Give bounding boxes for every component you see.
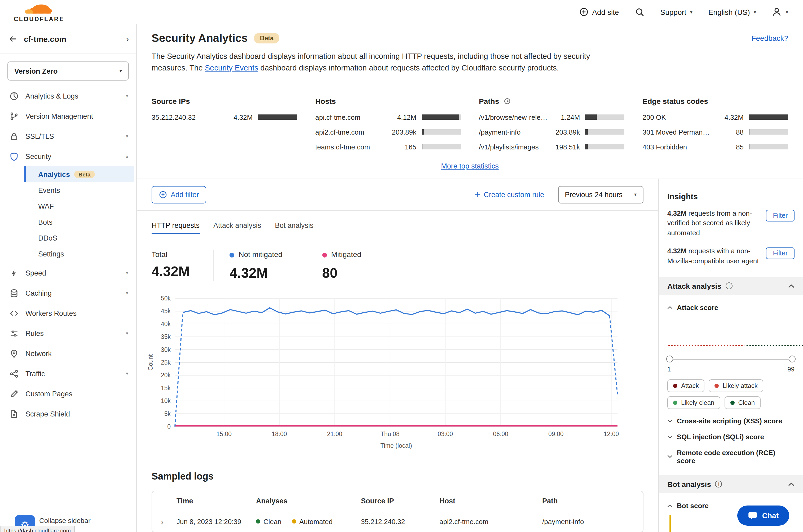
not-mitigated-dot	[230, 252, 235, 257]
svg-text:25k: 25k	[161, 359, 171, 366]
search-icon[interactable]	[635, 7, 645, 17]
chevron-up-icon	[788, 284, 795, 288]
attack-score-toggle[interactable]: Attack score	[667, 303, 795, 311]
legend-chip-attack[interactable]: Attack	[667, 379, 705, 392]
slider-handle-min[interactable]	[666, 355, 673, 362]
lock-icon	[10, 132, 19, 141]
language-menu[interactable]: English (US) ▾	[708, 8, 756, 16]
stat-row[interactable]: api.cf-tme.com 4.12M	[315, 113, 461, 121]
svg-text:40k: 40k	[161, 320, 171, 327]
sidebar-item-network[interactable]: Network	[0, 343, 136, 363]
sidebar: cf-tme.com › Version Zero ▾ Analytics & …	[0, 24, 137, 532]
chevron-up-icon	[667, 305, 673, 309]
chevron-down-icon: ▾	[119, 68, 122, 74]
stat-bar	[422, 129, 461, 135]
info-icon[interactable]: i	[715, 481, 722, 488]
stat-row[interactable]: 301 Moved Permanently 88	[643, 128, 788, 136]
version-select[interactable]: Version Zero ▾	[7, 61, 129, 80]
mitigated-dot	[322, 252, 327, 257]
sidebar-item-security-ddos[interactable]: DDoS	[24, 230, 134, 246]
sidebar-item-analytics-logs[interactable]: Analytics & Logs ▾	[0, 86, 136, 106]
stat-row[interactable]: teams.cf-tme.com 165	[315, 143, 461, 151]
chat-button[interactable]: Chat	[737, 506, 789, 526]
time-range-select[interactable]: Previous 24 hours ▾	[558, 186, 643, 203]
sidebar-item-version-management[interactable]: Version Management	[0, 106, 136, 126]
add-filter-button[interactable]: Add filter	[152, 186, 206, 203]
svg-text:0: 0	[167, 423, 171, 430]
sidebar-item-custom-pages[interactable]: Custom Pages	[0, 384, 136, 404]
stat-row[interactable]: 35.212.240.32 4.32M	[152, 113, 297, 121]
support-menu[interactable]: Support ▾	[660, 8, 692, 16]
security-events-link[interactable]: Security Events	[205, 63, 258, 72]
top-statistics: Source IPs 35.212.240.32 4.32M Hosts api…	[137, 85, 803, 179]
legend-chip-likely-clean[interactable]: Likely clean	[667, 396, 720, 409]
stat-row[interactable]: /v1/playlists/images 198.51k	[479, 143, 624, 151]
attack-analysis-header[interactable]: Attack analysis i	[659, 277, 803, 295]
chevron-down-icon: ▾	[126, 371, 128, 376]
analysis-automated: Automated	[292, 518, 333, 526]
automated-dot	[292, 519, 296, 524]
http-requests-chart[interactable]: 05k10k15k20k25k30k35k40k45k50k15:0018:00…	[145, 293, 648, 453]
chevron-down-icon: ▾	[786, 9, 788, 15]
stat-bar	[585, 144, 624, 149]
analytics-column: Add filter Create custom rule Previous 2…	[137, 179, 659, 532]
share-nodes-icon	[10, 369, 19, 378]
sidebar-item-caching[interactable]: Caching ▾	[0, 283, 136, 303]
sidebar-item-security-bots[interactable]: Bots	[24, 214, 134, 230]
rce-score-toggle[interactable]: Remote code execution (RCE) score	[667, 449, 795, 464]
sidebar-item-traffic[interactable]: Traffic ▾	[0, 363, 136, 384]
create-custom-rule-link[interactable]: Create custom rule	[473, 190, 544, 198]
svg-text:10k: 10k	[161, 397, 171, 404]
logs-table-header: Time Analyses Source IP Host Path	[152, 491, 643, 511]
sidebar-item-security-waf[interactable]: WAF	[24, 198, 134, 214]
clean-dot	[730, 400, 734, 404]
tab-bot-analysis[interactable]: Bot analysis	[275, 221, 314, 234]
sidebar-item-speed[interactable]: Speed ▾	[0, 263, 136, 283]
info-icon[interactable]: i	[726, 282, 732, 289]
svg-text:5k: 5k	[164, 410, 171, 417]
stat-row[interactable]: 403 Forbidden 85	[643, 143, 788, 151]
tab-http-requests[interactable]: HTTP requests	[152, 221, 200, 234]
sqli-score-toggle[interactable]: SQL injection (SQLi) score	[667, 433, 795, 441]
legend-chip-likely-attack[interactable]: Likely attack	[709, 379, 764, 392]
tab-attack-analysis[interactable]: Attack analysis	[213, 221, 261, 234]
stat-column-edge-status-codes: Edge status codes 200 OK 4.32M 301 Moved…	[643, 97, 788, 158]
back-arrow-icon[interactable]	[8, 35, 18, 43]
add-site-button[interactable]: Add site	[579, 7, 619, 16]
feedback-link[interactable]: Feedback?	[751, 34, 788, 42]
stat-row[interactable]: 200 OK 4.32M	[643, 113, 788, 121]
stat-row[interactable]: api2.cf-tme.com 203.89k	[315, 128, 461, 136]
bot-analysis-header[interactable]: Bot analysis i	[659, 475, 803, 493]
stat-row[interactable]: /payment-info 203.89k	[479, 128, 624, 136]
sidebar-item-security[interactable]: Security ▴	[0, 146, 136, 166]
collapse-sidebar-button[interactable]: Collapse sidebar	[39, 517, 91, 525]
sampled-logs: Sampled logs Time Analyses Source IP Hos…	[152, 471, 643, 532]
cloudflare-cloud-icon	[18, 2, 60, 15]
cloudflare-logo[interactable]: CLOUDFLARE	[14, 2, 64, 22]
account-menu[interactable]: ▾	[772, 7, 788, 17]
insight-filter-button[interactable]: Filter	[766, 210, 795, 221]
sidebar-item-security-settings[interactable]: Settings	[24, 246, 134, 262]
more-top-statistics-link[interactable]: More top statistics	[152, 162, 788, 170]
history-clock-icon[interactable]	[503, 97, 511, 104]
chevron-down-icon: ▾	[126, 134, 128, 139]
xss-score-toggle[interactable]: Cross-site scripting (XSS) score	[667, 417, 795, 425]
plus-circle-icon	[159, 190, 167, 198]
sidebar-item-rules[interactable]: Rules ▾	[0, 323, 136, 343]
sidebar-item-ssl-tls[interactable]: SSL/TLS ▾	[0, 126, 136, 146]
legend-chip-clean[interactable]: Clean	[724, 396, 761, 409]
sidebar-item-security-events[interactable]: Events	[24, 182, 134, 198]
stat-bar	[258, 114, 297, 120]
insight-filter-button[interactable]: Filter	[766, 247, 795, 259]
table-row[interactable]: › Jun 8, 2023 12:20:39 Clean	[152, 511, 643, 532]
chevron-down-icon	[667, 455, 673, 458]
site-header[interactable]: cf-tme.com ›	[0, 24, 136, 54]
slider-handle-max[interactable]	[789, 355, 796, 362]
sidebar-item-scrape-shield[interactable]: Scrape Shield	[0, 404, 136, 424]
sidebar-item-workers-routes[interactable]: Workers Routes	[0, 303, 136, 323]
stat-row[interactable]: /v1/browse/new-releases 1.24M	[479, 113, 624, 121]
stat-bar	[749, 129, 788, 135]
row-expand-chevron-icon[interactable]: ›	[152, 511, 172, 532]
sidebar-item-security-analytics[interactable]: Analytics Beta	[24, 166, 134, 182]
pencil-icon	[10, 389, 19, 398]
